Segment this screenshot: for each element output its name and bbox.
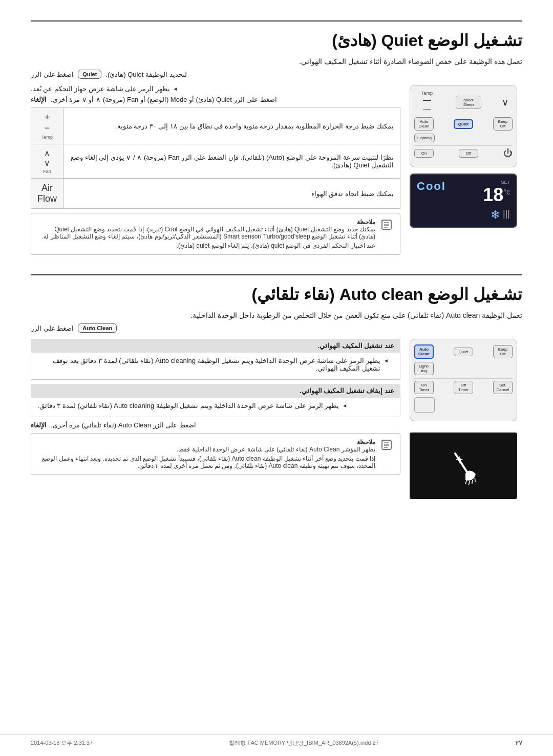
broom-icon bbox=[443, 445, 484, 486]
ac-lighting-btn[interactable]: Light-ing bbox=[414, 362, 434, 375]
ac-remote-row-4 bbox=[414, 397, 513, 413]
autoclean-cancel-desc: اضغط على الزر Auto Clean (نقاء تلقائي) م… bbox=[51, 421, 196, 429]
autoclean-content1: يظهر الرمز على شاشة عرض الوحدة الداخلية … bbox=[31, 353, 400, 380]
power-symbol: ⏻ bbox=[503, 148, 513, 159]
quiet-note-content: ملاحظة يمكنك خديد وضع التشغيل Quiet (هاد… bbox=[38, 219, 375, 249]
ac-beep-off-btn[interactable]: BeepOff bbox=[493, 345, 513, 358]
quiet-bullet1: يظهر الرمز على شاشة عرض جهاز التحكم عن ب… bbox=[31, 85, 400, 93]
ac-remote-row-2: Light-ing bbox=[414, 362, 513, 375]
autoclean-note-box: ملاحظة يظهر المؤشر Auto Clean (نقاء تلقا… bbox=[31, 433, 400, 475]
quiet-note-text2: عند اختيار التحكم الفردي في الوضع quiet … bbox=[38, 242, 375, 249]
airflow-icon-cell: AirFlow bbox=[31, 179, 63, 209]
note-icon bbox=[380, 219, 393, 233]
remote-separator bbox=[414, 145, 513, 146]
remote-control-mockup: Temp —— good'Sleep ∨ AutoClean Quiet Bee… bbox=[410, 85, 517, 167]
quiet-content-area: يظهر الرمز على شاشة عرض جهاز التحكم عن ب… bbox=[31, 85, 522, 259]
autoclean-subtitle: تعمل الوظيفة Auto clean (نقاء تلقائي) عل… bbox=[31, 311, 522, 319]
svg-line-14 bbox=[475, 478, 475, 482]
autoclean-section-title: تشـغيل الوضع Auto clean (نقاء تلقائي) bbox=[31, 285, 522, 304]
lighting-btn[interactable]: Lighting bbox=[414, 134, 435, 142]
quiet-cancel-row: اضغط على الزر Quiet (هادئ) أو Mode (الوض… bbox=[31, 96, 400, 103]
on-btn[interactable]: On bbox=[414, 149, 434, 158]
quiet-button-badge: Quiet bbox=[78, 70, 101, 79]
off-btn[interactable]: Off bbox=[459, 149, 478, 158]
ac-on-timer-btn[interactable]: OnTimer bbox=[414, 381, 434, 394]
autoclean-content2: يظهر الرمز على شاشة عرض الوحدة الداخلية … bbox=[31, 398, 400, 417]
quiet-row1-text: يمكنك ضبط درجة الحرارة المطلوبة بمقدار د… bbox=[63, 108, 400, 144]
fan-icon-cell: ∧∨ Fan bbox=[31, 144, 63, 179]
autoclean-note-label: ملاحظة bbox=[357, 439, 375, 446]
autoclean-main-content: عند تشغيل المكيف الهوائي. يظهر الرمز على… bbox=[31, 339, 400, 499]
quiet-info-table: +− Temp يمكنك ضبط درجة الحرارة المطلوبة … bbox=[31, 107, 400, 209]
quiet-note-text1: يمكنك خديد وضع التشغيل Quiet (هادئ) أثنا… bbox=[38, 226, 375, 240]
fan-label: Fan bbox=[37, 169, 57, 174]
autoclean-cancel-row: اضغط على الزر Auto Clean (نقاء تلقائي) م… bbox=[31, 421, 400, 429]
quiet-main-content: يظهر الرمز على شاشة عرض جهاز التحكم عن ب… bbox=[31, 85, 400, 259]
quiet-row3-text: يمكنك ضبط اتجاه تدفق الهواء bbox=[63, 179, 400, 209]
page-footer: 2014-03-18 오루 2:31:37 칠레형 FAC MEMORY 냉난방… bbox=[0, 735, 553, 747]
page-number: ٢٧ bbox=[515, 739, 522, 747]
quiet-note-box: ملاحظة يمكنك خديد وضع التشغيل Quiet (هاد… bbox=[31, 213, 400, 255]
auto-clean-remote-btn[interactable]: AutoClean bbox=[414, 117, 434, 131]
good-sleep-btn[interactable]: good'Sleep bbox=[456, 96, 481, 109]
fan-arrow-down: ∨ bbox=[497, 97, 513, 108]
autoclean-bullet2: يظهر الرمز على شاشة عرض الوحدة الداخلية … bbox=[37, 402, 394, 409]
autoclean-button-badge: Auto Clean bbox=[78, 323, 117, 333]
svg-line-11 bbox=[465, 480, 466, 484]
display-top: Cool SET 18 °c bbox=[417, 180, 510, 204]
section-divider-2 bbox=[31, 274, 522, 275]
quiet-side-images: Temp —— good'Sleep ∨ AutoClean Quiet Bee… bbox=[410, 85, 522, 259]
quiet-subtitle: تعمل هذه الوظيفة على خفض الضوضاء الصادرة… bbox=[31, 57, 522, 66]
ac-auto-clean-btn[interactable]: AutoClean bbox=[414, 344, 434, 359]
ac-off-timer-btn[interactable]: OffTimer bbox=[454, 381, 473, 394]
quiet-press-desc: لتحديد الوظيفة Quiet (هادئ). bbox=[105, 71, 186, 78]
remote-row-1: Temp —— good'Sleep ∨ bbox=[414, 91, 513, 114]
svg-rect-0 bbox=[382, 220, 391, 229]
ac-remote-row-1: AutoClean Quiet BeepOff bbox=[414, 344, 513, 359]
ac-display-mockup: Cool SET 18 °c ❄ ||| bbox=[410, 174, 517, 228]
autoclean-header1: عند تشغيل المكيف الهوائي. bbox=[31, 339, 400, 353]
quiet-remote-btn[interactable]: Quiet bbox=[454, 119, 473, 129]
broom-illustration bbox=[410, 433, 517, 499]
bars-icon: ||| bbox=[503, 208, 510, 222]
ac-set-cancel-btn[interactable]: Set.Cancel bbox=[493, 381, 513, 394]
temp-remote-label: Temp bbox=[414, 91, 440, 96]
ac-remote-row-3: OnTimer OffTimer Set.Cancel bbox=[414, 381, 513, 394]
ac-remote-square-btn[interactable] bbox=[414, 397, 435, 413]
autoclean-content-area: عند تشغيل المكيف الهوائي. يظهر الرمز على… bbox=[31, 339, 522, 499]
autoclean-note-text2: إذا قمت بتحديد وضع آخر أثناء تشغيل الوظي… bbox=[38, 455, 375, 469]
quiet-press-instruction: لتحديد الوظيفة Quiet (هادئ). Quiet اضغط … bbox=[31, 70, 522, 79]
autoclean-bullet1: يظهر الرمز على شاشة عرض الوحدة الداخلية … bbox=[37, 357, 394, 372]
autoclean-remote-mockup: AutoClean Quiet BeepOff Light-ing OnTime… bbox=[410, 339, 517, 421]
remote-row-3: Lighting bbox=[414, 134, 513, 142]
quiet-press-label: اضغط على الزر bbox=[31, 71, 74, 78]
quiet-section-title: تشـغيل الوضع Quiet (هادئ) bbox=[31, 31, 522, 50]
svg-rect-5 bbox=[382, 440, 391, 449]
autoclean-note-icon bbox=[380, 439, 393, 453]
temp-label: Temp bbox=[37, 135, 57, 140]
svg-line-12 bbox=[469, 481, 470, 485]
svg-line-13 bbox=[472, 480, 473, 484]
display-temp-area: SET 18 °c bbox=[483, 180, 510, 204]
autoclean-section: تشـغيل الوضع Auto clean (نقاء تلقائي) تع… bbox=[31, 274, 522, 499]
autoclean-press-instruction: Auto Clean اضغط على الزر bbox=[31, 323, 522, 333]
autoclean-note-content: ملاحظة يظهر المؤشر Auto Clean (نقاء تلقا… bbox=[38, 439, 375, 469]
ac-remote-separator bbox=[414, 378, 513, 379]
page: تشـغيل الوضع Quiet (هادئ) تعمل هذه الوظي… bbox=[0, 0, 553, 756]
quiet-section: تشـغيل الوضع Quiet (هادئ) تعمل هذه الوظي… bbox=[31, 20, 522, 259]
footer-center: 칠레형 FAC MEMORY 냉난방_IBIM_AR_03892A(5).ind… bbox=[229, 739, 378, 747]
quiet-row2-text: نظرًا لتثبيت سرعة المروحة على الوضع (Aut… bbox=[63, 144, 400, 179]
autoclean-cancel-label: الإلغاء bbox=[31, 421, 47, 429]
autoclean-header2: عند إيقاف تشغيل المكيف الهوائي. bbox=[31, 384, 400, 398]
beep-off-btn[interactable]: BeepOff bbox=[493, 117, 513, 131]
ac-quiet-btn[interactable]: Quiet bbox=[454, 348, 473, 356]
table-row: AirFlow يمكنك ضبط اتجاه تدفق الهواء bbox=[31, 179, 400, 209]
quiet-note-label: ملاحظة bbox=[357, 219, 375, 226]
table-row: +− Temp يمكنك ضبط درجة الحرارة المطلوبة … bbox=[31, 108, 400, 144]
autoclean-press-label: اضغط على الزر bbox=[31, 325, 74, 332]
quiet-cancel-label: الإلغاء bbox=[31, 96, 47, 103]
remote-row-4: On Off ⏻ bbox=[414, 148, 513, 159]
display-temp-row: 18 °c bbox=[483, 186, 510, 204]
display-bottom-icons: ❄ ||| bbox=[417, 208, 510, 222]
autoclean-note-text1: يظهر المؤشر Auto Clean (نقاء تلقائي) على… bbox=[38, 446, 375, 453]
